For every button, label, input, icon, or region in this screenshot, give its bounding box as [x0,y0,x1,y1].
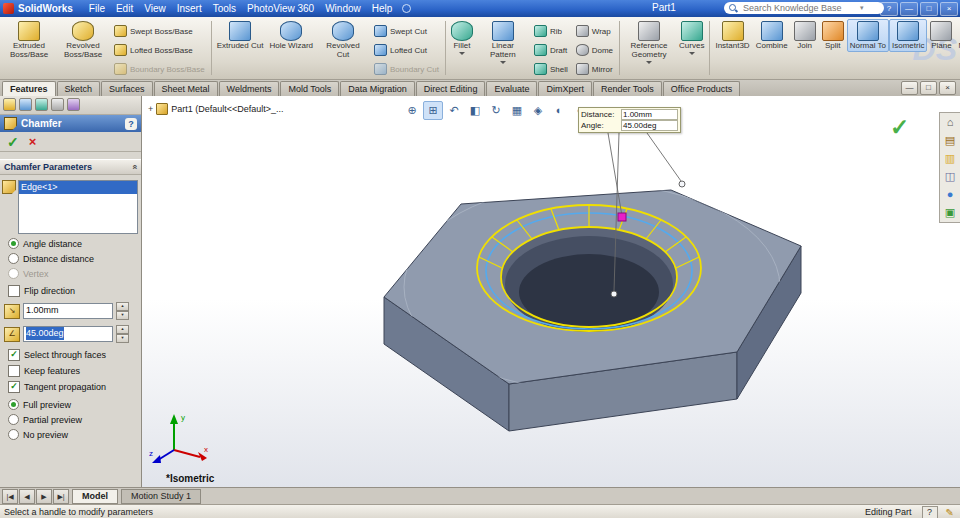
graphics-viewport[interactable]: + Part1 (Default<<Default>_... ⊕ ⊞ ↶ ◧ ↻… [142,96,960,487]
zoom-to-fit-icon[interactable]: ⊕ [402,101,422,120]
instant3d-button[interactable]: Instant3D [712,19,752,52]
solidworks-resources-icon[interactable]: ⌂ [943,116,957,129]
no-preview-radio[interactable] [8,429,19,440]
tab-surfaces[interactable]: Surfaces [101,81,153,96]
doc-restore-button[interactable]: □ [920,81,937,95]
full-preview-row[interactable]: Full preview [8,399,141,410]
edge-selection-listbox[interactable]: Edge<1> [18,180,138,234]
pin-menu-icon[interactable] [402,4,411,13]
angle-distance-radio-row[interactable]: Angle distance [8,238,141,249]
dropdown-arrow-icon[interactable] [646,61,652,64]
dimxpert-manager-tab-icon[interactable] [51,98,64,111]
swept-cut-button[interactable]: Swept Cut [370,22,443,40]
flip-direction-row[interactable]: Flip direction [8,285,141,297]
search-input[interactable] [741,2,857,14]
restore-button[interactable]: □ [920,2,938,16]
angle-input[interactable]: 45.00deg [23,326,113,342]
hole-wizard-button[interactable]: Hole Wizard [266,19,316,52]
curves-button[interactable]: Curves [676,19,707,56]
doc-close-button[interactable]: × [939,81,956,95]
help-button[interactable]: ? [880,2,898,16]
keep-features-checkbox[interactable] [8,365,20,377]
status-help-button[interactable]: ? [922,506,938,518]
view-palette-icon[interactable]: ◫ [943,170,957,183]
tab-data-migration[interactable]: Data Migration [340,81,415,96]
partial-preview-radio[interactable] [8,414,19,425]
wrap-button[interactable]: Wrap [572,22,617,40]
revolved-boss-button[interactable]: Revolved Boss/Base [56,19,110,61]
knowledge-base-search[interactable]: ▾ [724,2,884,14]
feature-tree-flyout[interactable]: + Part1 (Default<<Default>_... [148,103,284,115]
spin-up-icon[interactable]: ▲ [116,325,129,334]
isometric-view-button[interactable]: Isometric [889,19,927,52]
tab-office-products[interactable]: Office Products [663,81,740,96]
lofted-cut-button[interactable]: Lofted Cut [370,41,443,59]
distance-distance-radio-row[interactable]: Distance distance [8,253,141,264]
boundary-boss-button[interactable]: Boundary Boss/Base [110,60,209,78]
extruded-boss-button[interactable]: Extruded Boss/Base [2,19,56,61]
swept-boss-button[interactable]: Swept Boss/Base [110,22,209,40]
combine-button[interactable]: Combine [753,19,791,52]
revolved-cut-button[interactable]: Revolved Cut [316,19,370,61]
measure-button[interactable]: Measure [955,19,960,52]
menu-view[interactable]: View [139,2,171,15]
tab-direct-editing[interactable]: Direct Editing [416,81,486,96]
tab-sketch[interactable]: Sketch [57,81,101,96]
hide-show-items-icon[interactable]: ◐ [549,101,569,120]
tangent-propagation-checkbox[interactable]: ✓ [8,381,20,393]
callout-distance-value[interactable]: 1.00mm [621,109,678,120]
lofted-boss-button[interactable]: Lofted Boss/Base [110,41,209,59]
menu-help[interactable]: Help [367,2,398,15]
pm-help-button[interactable]: ? [125,118,137,130]
menu-insert[interactable]: Insert [172,2,207,15]
search-dropdown-icon[interactable]: ▾ [860,4,864,12]
spin-down-icon[interactable]: ▼ [116,334,129,343]
menu-file[interactable]: File [84,2,110,15]
design-library-icon[interactable]: ▤ [943,134,957,147]
next-tab-icon[interactable]: ▶ [36,489,52,504]
fillet-button[interactable]: Fillet [448,19,476,56]
spin-up-icon[interactable]: ▲ [116,302,129,311]
spin-down-icon[interactable]: ▼ [116,311,129,320]
select-through-faces-checkbox[interactable]: ✓ [8,349,20,361]
collapse-chevron-icon[interactable]: « [129,164,139,169]
pm-ok-button[interactable]: ✓ [7,134,19,150]
menu-photoview360[interactable]: PhotoView 360 [242,2,319,15]
menu-tools[interactable]: Tools [208,2,241,15]
drag-handle-point[interactable] [679,181,685,187]
plane-button[interactable]: Plane [927,19,955,52]
section-view-icon[interactable]: ◧ [465,101,485,120]
minimize-button[interactable]: — [900,2,918,16]
shell-button[interactable]: Shell [530,60,572,78]
draft-button[interactable]: Draft [530,41,572,59]
dome-button[interactable]: Dome [572,41,617,59]
chamfer-parameters-group-header[interactable]: Chamfer Parameters « [0,159,141,175]
split-button[interactable]: Split [819,19,847,52]
configuration-manager-tab-icon[interactable] [35,98,48,111]
custom-properties-icon[interactable]: ▣ [943,206,957,219]
close-button[interactable]: × [940,2,958,16]
full-preview-radio[interactable] [8,399,19,410]
pm-cancel-button[interactable]: × [29,134,37,149]
select-through-faces-row[interactable]: ✓ Select through faces [8,349,141,361]
no-preview-row[interactable]: No preview [8,429,141,440]
reference-geometry-button[interactable]: Reference Geometry [622,19,676,65]
tab-features[interactable]: Features [2,81,56,96]
expand-tree-icon[interactable]: + [148,104,153,114]
drag-handle-point[interactable] [611,291,617,297]
display-manager-tab-icon[interactable] [67,98,80,111]
flip-direction-checkbox[interactable] [8,285,20,297]
rib-button[interactable]: Rib [530,22,572,40]
display-style-icon[interactable]: ◈ [528,101,548,120]
hex-nut-model[interactable] [142,96,960,487]
tab-render-tools[interactable]: Render Tools [593,81,662,96]
property-manager-tab-icon[interactable] [19,98,32,111]
tab-evaluate[interactable]: Evaluate [486,81,537,96]
extruded-cut-button[interactable]: Extruded Cut [214,19,267,52]
model-tab[interactable]: Model [72,489,118,504]
feature-manager-tab-icon[interactable] [3,98,16,111]
distance-distance-radio[interactable] [8,253,19,264]
dropdown-arrow-icon[interactable] [500,61,506,64]
tab-dimxpert[interactable]: DimXpert [538,81,592,96]
tab-sheet-metal[interactable]: Sheet Metal [154,81,218,96]
